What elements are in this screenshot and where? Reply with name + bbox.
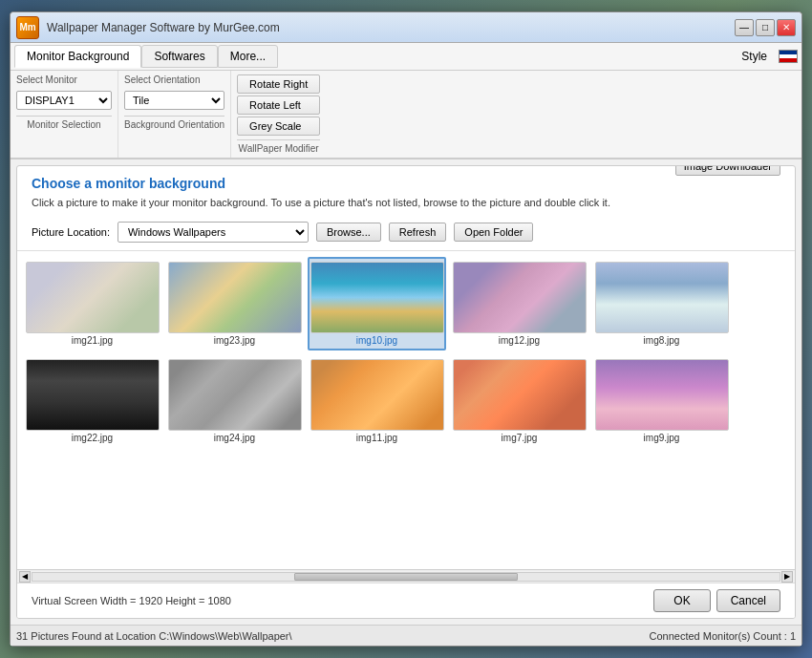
rotate-left-button[interactable]: Rotate Left [237, 96, 320, 115]
maximize-button[interactable]: □ [756, 19, 775, 36]
select-orientation-label: Select Orientation [124, 74, 224, 85]
image-grid: img21.jpgimg23.jpgimg10.jpgimg12.jpgimg8… [23, 257, 789, 448]
image-item-img7[interactable]: img7.jpg [450, 354, 588, 448]
browse-button[interactable]: Browse... [316, 223, 381, 242]
flag-icon [779, 50, 798, 63]
refresh-button[interactable]: Refresh [389, 223, 447, 242]
scroll-right-arrow[interactable]: ▶ [781, 571, 793, 583]
image-thumb-img24 [168, 359, 302, 431]
background-orientation-label: Background Orientation [124, 116, 224, 130]
image-label-img7: img7.jpg [502, 433, 538, 443]
image-label-img9: img9.jpg [644, 433, 680, 443]
image-downloader-button[interactable]: Image Downloader [675, 165, 780, 176]
image-thumb-img8 [595, 262, 729, 333]
virtual-screen-info: Virtual Screen Width = 1920 Height = 108… [32, 595, 231, 606]
monitor-select[interactable]: DISPLAY1 [16, 91, 112, 110]
image-thumb-img21 [26, 262, 160, 333]
background-orientation-group: Select Orientation Tile Stretch Center F… [118, 71, 231, 158]
orientation-select[interactable]: Tile Stretch Center Fill Fit [124, 91, 224, 110]
image-thumb-img22 [26, 359, 160, 431]
ok-button[interactable]: OK [653, 589, 710, 612]
picture-location-row: Picture Location: Windows Wallpapers Bro… [17, 222, 795, 250]
select-monitor-label: Select Monitor [16, 74, 112, 85]
content-description: Click a picture to make it your monitor … [32, 197, 780, 208]
location-select[interactable]: Windows Wallpapers [118, 222, 309, 243]
image-item-img8[interactable]: img8.jpg [592, 257, 731, 350]
image-label-img10: img10.jpg [356, 335, 397, 346]
image-thumb-img23 [168, 262, 302, 333]
image-label-img22: img22.jpg [72, 433, 113, 443]
tab-more[interactable]: More... [218, 45, 278, 68]
image-label-img21: img21.jpg [72, 335, 113, 346]
content-title: Choose a monitor background [32, 176, 225, 191]
app-icon: Mm [16, 16, 39, 39]
image-item-img12[interactable]: img12.jpg [450, 257, 588, 350]
tab-monitor-background[interactable]: Monitor Background [14, 45, 141, 68]
title-bar-left: Mm Wallpaper Manager Software by MurGee.… [16, 16, 280, 39]
image-label-img8: img8.jpg [644, 335, 680, 346]
image-thumb-img10 [310, 262, 444, 333]
wallpaper-modifier-label: WallPaper Modifier [237, 139, 320, 154]
window-controls: — □ ✕ [735, 19, 796, 36]
picture-location-label: Picture Location: [32, 226, 110, 238]
monitor-selection-label: Monitor Selection [16, 116, 112, 130]
style-area: Style [734, 48, 798, 65]
close-button[interactable]: ✕ [777, 19, 796, 36]
minimize-button[interactable]: — [735, 19, 754, 36]
scroll-left-arrow[interactable]: ◀ [19, 571, 31, 583]
toolbar: Select Monitor DISPLAY1 Monitor Selectio… [11, 71, 801, 159]
tab-softwares[interactable]: Softwares [141, 45, 217, 68]
image-label-img12: img12.jpg [499, 335, 540, 346]
title-bar: Mm Wallpaper Manager Software by MurGee.… [11, 12, 801, 43]
bottom-area: Virtual Screen Width = 1920 Height = 108… [17, 583, 795, 618]
monitor-selection-group: Select Monitor DISPLAY1 Monitor Selectio… [11, 71, 118, 158]
horizontal-scrollbar[interactable]: ◀ ▶ [17, 569, 795, 583]
open-folder-button[interactable]: Open Folder [454, 223, 533, 242]
image-thumb-img12 [453, 262, 587, 333]
image-label-img24: img24.jpg [214, 433, 255, 443]
status-left: 31 Pictures Found at Location C:\Windows… [16, 630, 292, 642]
image-thumb-img11 [310, 359, 444, 431]
image-item-img22[interactable]: img22.jpg [23, 354, 161, 448]
grey-scale-button[interactable]: Grey Scale [237, 117, 320, 136]
scroll-track[interactable] [32, 572, 780, 582]
image-item-img9[interactable]: img9.jpg [592, 354, 731, 448]
image-thumb-img9 [595, 359, 729, 431]
status-right: Connected Monitor(s) Count : 1 [650, 630, 796, 642]
image-item-img11[interactable]: img11.jpg [308, 354, 446, 448]
image-item-img21[interactable]: img21.jpg [23, 257, 161, 350]
image-item-img10[interactable]: img10.jpg [308, 257, 446, 350]
main-window: Mm Wallpaper Manager Software by MurGee.… [10, 11, 802, 647]
image-label-img11: img11.jpg [356, 433, 397, 443]
menu-bar: Monitor Background Softwares More... Sty… [11, 43, 801, 71]
style-button[interactable]: Style [734, 48, 775, 65]
window-title: Wallpaper Manager Software by MurGee.com [47, 21, 280, 34]
image-item-img23[interactable]: img23.jpg [165, 257, 304, 350]
image-item-img24[interactable]: img24.jpg [165, 354, 304, 448]
image-grid-container[interactable]: img21.jpgimg23.jpgimg10.jpgimg12.jpgimg8… [17, 250, 795, 569]
content-header: Choose a monitor background Image Downlo… [17, 166, 795, 222]
image-label-img23: img23.jpg [214, 335, 255, 346]
status-bar: 31 Pictures Found at Location C:\Windows… [11, 625, 801, 646]
bottom-buttons: OK Cancel [653, 589, 780, 612]
wallpaper-modifier-group: Rotate Right Rotate Left Grey Scale Wall… [231, 71, 326, 158]
image-thumb-img7 [453, 359, 587, 431]
scroll-thumb[interactable] [294, 573, 519, 581]
rotate-right-button[interactable]: Rotate Right [237, 74, 320, 94]
cancel-button[interactable]: Cancel [716, 589, 780, 612]
main-content: Choose a monitor background Image Downlo… [16, 165, 796, 619]
